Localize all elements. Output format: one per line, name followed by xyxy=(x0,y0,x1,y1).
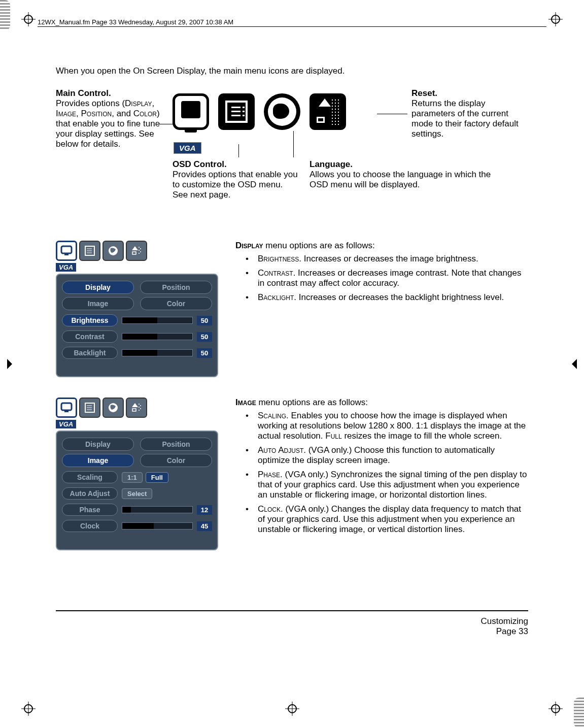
main-control-callout: Main Control. Provides options (Display,… xyxy=(56,88,162,149)
intro-text: When you open the On Screen Display, the… xyxy=(56,66,528,76)
slider-contrast[interactable] xyxy=(122,333,193,340)
tab-image[interactable]: Image xyxy=(62,454,134,467)
list-item: Phase. (VGA only.) Synchronizes the sign… xyxy=(246,470,528,500)
svg-point-27 xyxy=(140,251,141,252)
value-contrast: 50 xyxy=(197,332,212,342)
svg-rect-29 xyxy=(61,403,72,410)
mini-list-icon xyxy=(79,398,100,418)
svg-point-39 xyxy=(140,405,141,406)
language-callout: Language. Allows you to choose the langu… xyxy=(310,159,502,190)
crop-mark-icon xyxy=(285,702,299,716)
param-backlight[interactable]: Backlight xyxy=(62,347,118,359)
crop-mark-icon xyxy=(21,702,36,716)
divider xyxy=(38,26,546,27)
reset-icon xyxy=(310,93,346,130)
vga-badge: VGA xyxy=(56,263,76,272)
option-1to1[interactable]: 1:1 xyxy=(122,472,143,483)
slider-backlight[interactable] xyxy=(122,349,193,356)
svg-rect-15 xyxy=(61,246,72,253)
binding-icon xyxy=(0,0,10,30)
binding-icon xyxy=(574,698,584,728)
svg-point-26 xyxy=(139,250,140,251)
mini-reset-icon xyxy=(126,398,147,418)
reset-title: Reset. xyxy=(411,88,437,98)
crop-mark-icon xyxy=(548,12,563,26)
svg-rect-23 xyxy=(132,252,136,254)
tab-display[interactable]: Display xyxy=(62,438,134,451)
list-item: Auto Adjust. (VGA only.) Choose this fun… xyxy=(246,445,528,466)
param-auto-adjust[interactable]: Auto Adjust xyxy=(62,487,118,500)
crop-mark-icon xyxy=(21,12,36,26)
image-menu-description: Image menu options are as follows: Scali… xyxy=(235,398,528,550)
crop-mark-icon xyxy=(548,702,563,716)
tab-color[interactable]: Color xyxy=(140,297,212,310)
mini-reset-icon xyxy=(126,241,147,261)
vga-badge: VGA xyxy=(56,420,76,428)
svg-rect-30 xyxy=(64,411,68,412)
display-menu-description: Display menu options are as follows: Bri… xyxy=(235,241,528,377)
svg-point-25 xyxy=(140,248,141,249)
select-button[interactable]: Select xyxy=(122,488,152,499)
list-item: Scaling. Enables you to choose how the i… xyxy=(246,411,528,441)
list-item: Clock. (VGA only.) Changes the display d… xyxy=(246,504,528,535)
mini-monitor-icon xyxy=(56,241,77,261)
mini-list-icon xyxy=(79,241,100,261)
svg-point-41 xyxy=(140,408,141,409)
language-icon xyxy=(264,93,300,130)
language-title: Language. xyxy=(310,159,353,169)
param-clock[interactable]: Clock xyxy=(62,520,118,532)
option-full[interactable]: Full xyxy=(146,472,168,483)
mini-globe-icon xyxy=(102,241,124,261)
param-contrast[interactable]: Contrast xyxy=(62,330,118,343)
value-clock: 45 xyxy=(197,521,212,531)
tab-position[interactable]: Position xyxy=(140,438,212,451)
osd-control-icon xyxy=(218,93,255,130)
crop-mark-icon xyxy=(570,357,584,371)
svg-point-28 xyxy=(139,253,140,254)
tab-color[interactable]: Color xyxy=(140,454,212,467)
menu-icon-row xyxy=(173,93,346,130)
osd-control-title: OSD Control. xyxy=(173,159,227,169)
svg-point-40 xyxy=(139,407,140,408)
crop-mark-icon xyxy=(0,357,14,371)
param-brightness[interactable]: Brightness xyxy=(62,314,118,326)
tab-image[interactable]: Image xyxy=(62,297,134,310)
reset-callout: Reset. Returns the display parameters of… xyxy=(411,88,528,139)
main-control-title: Main Control. xyxy=(56,88,111,98)
svg-rect-37 xyxy=(132,409,136,411)
display-osd-figure: VGA Display Position Image Color Brightn… xyxy=(56,241,218,377)
mini-monitor-icon xyxy=(56,398,77,418)
mini-globe-icon xyxy=(102,398,124,418)
list-item: Backlight. Increases or decreases the ba… xyxy=(246,292,528,303)
svg-point-24 xyxy=(139,247,140,248)
slider-brightness[interactable] xyxy=(122,317,193,324)
svg-rect-16 xyxy=(64,254,68,255)
param-phase[interactable]: Phase xyxy=(62,504,118,516)
list-item: Contrast. Increases or decreases image c… xyxy=(246,268,528,288)
main-control-icon xyxy=(173,93,209,130)
param-scaling[interactable]: Scaling xyxy=(62,471,118,483)
value-phase: 12 xyxy=(197,505,212,515)
svg-marker-22 xyxy=(132,246,138,250)
value-backlight: 50 xyxy=(197,348,212,358)
tab-position[interactable]: Position xyxy=(140,281,212,294)
tab-display[interactable]: Display xyxy=(62,281,134,294)
vga-badge: VGA xyxy=(174,142,201,154)
value-brightness: 50 xyxy=(197,316,212,325)
page-footer: Customizing Page 33 xyxy=(480,616,528,637)
slider-clock[interactable] xyxy=(122,522,193,530)
slider-phase[interactable] xyxy=(122,506,193,513)
image-osd-figure: VGA Display Position Image Color Scaling… xyxy=(56,398,218,550)
list-item: Brightness. Increases or decreases the i… xyxy=(246,254,528,264)
callout-line xyxy=(238,144,239,157)
callout-line xyxy=(293,131,294,157)
divider xyxy=(56,610,528,611)
page-header: 12WX_Manual.fm Page 33 Wednesday, August… xyxy=(38,18,233,26)
svg-marker-36 xyxy=(132,403,138,407)
osd-control-callout: OSD Control. Provides options that enabl… xyxy=(173,159,299,200)
svg-point-42 xyxy=(139,410,140,411)
callout-line xyxy=(377,114,407,114)
svg-point-38 xyxy=(139,404,140,405)
